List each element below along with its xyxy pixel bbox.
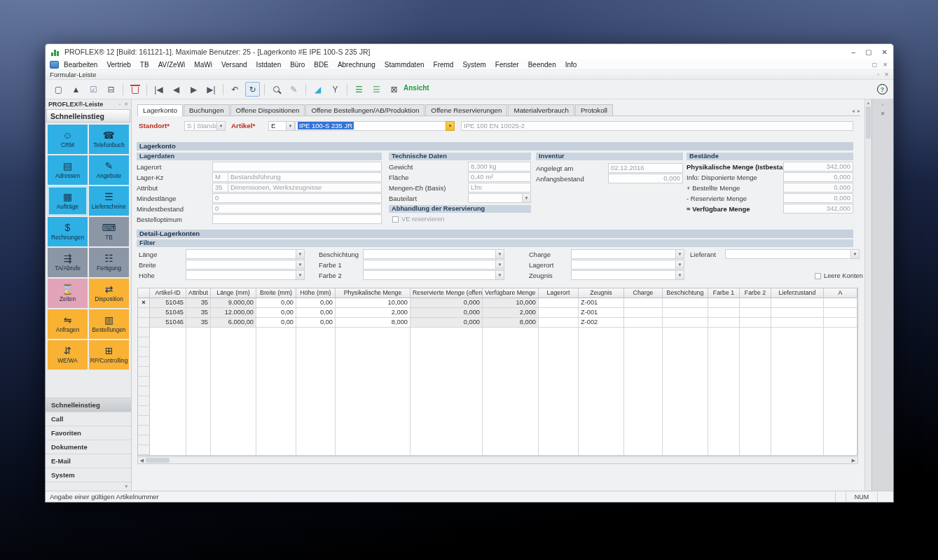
first-record-icon[interactable]: |◀ <box>151 82 166 97</box>
mindestbestand-field[interactable]: 0 <box>212 204 382 214</box>
sidebar-button-anfragen[interactable]: ⇋Anfragen <box>48 309 88 339</box>
close-icon[interactable]: ✕ <box>882 48 888 56</box>
scroll-up-icon[interactable]: ▲ <box>867 101 871 105</box>
sidebar-nav-call[interactable]: Call <box>46 412 131 426</box>
bauteilart-field[interactable] <box>468 193 523 203</box>
row-selector[interactable] <box>138 386 150 396</box>
filter-lagerort-dropdown-icon[interactable]: ▼ <box>675 260 684 270</box>
minimize-icon[interactable]: – <box>852 48 856 56</box>
filter-farbe-1-field[interactable] <box>363 260 496 270</box>
physikalische-menge-istbestand--field[interactable]: 342,000 <box>783 162 853 172</box>
row-selector[interactable] <box>138 357 150 367</box>
sidebar-nav-e-mail[interactable]: E-Mail <box>46 454 131 468</box>
list-compact-icon[interactable]: ☰ <box>352 82 366 97</box>
anfangsbestand-field[interactable]: 0,000 <box>608 174 683 183</box>
attribut-code-field[interactable]: 35 <box>212 183 228 192</box>
column-header-selector[interactable] <box>138 288 150 298</box>
undo-icon[interactable]: ↶ <box>228 82 242 97</box>
column-header-farbe-1[interactable]: Farbe 1 <box>708 288 740 298</box>
filter-zeugnis-dropdown-icon[interactable]: ▼ <box>675 270 684 280</box>
filter-lieferant-field[interactable] <box>725 249 851 259</box>
sidebar-overflow-icon[interactable]: ▾ <box>125 484 127 489</box>
column-header-beschichtung[interactable]: Beschichtung <box>663 288 708 298</box>
mail-check-icon[interactable]: ☑ <box>86 82 101 97</box>
search-icon[interactable] <box>269 82 284 97</box>
artikel-prefix-dropdown-icon[interactable]: ▼ <box>286 121 295 131</box>
filter-zeugnis-field[interactable] <box>571 270 676 280</box>
sidebar-button-lieferscheine[interactable]: ☰Lieferscheine <box>89 186 129 216</box>
menu-item-tb[interactable]: TB <box>140 61 149 69</box>
tab-offene-dispositionen[interactable]: Offene Dispositionen <box>230 104 305 115</box>
sidebar-nav-favoriten[interactable]: Favoriten <box>46 426 131 440</box>
export-icon[interactable]: ▲ <box>69 82 83 97</box>
menu-item-av-zewi[interactable]: AV/ZeWi <box>158 61 186 69</box>
sidebar-button-disposition[interactable]: ⇄Disposition <box>89 279 129 308</box>
resize-grip[interactable] <box>877 491 893 502</box>
sidebar-nav-schnelleinstieg[interactable]: Schnelleinstieg <box>46 398 131 412</box>
row-selector[interactable] <box>138 337 150 347</box>
last-record-icon[interactable]: ▶| <box>204 82 219 97</box>
column-header-lagerort[interactable]: Lagerort <box>539 288 579 298</box>
sidebar-button-bestellungen[interactable]: ▥Bestellungen <box>89 309 129 339</box>
menu-item-fremd[interactable]: Fremd <box>434 61 454 69</box>
menu-item-versand[interactable]: Versand <box>221 61 247 69</box>
row-selector[interactable] <box>138 406 150 416</box>
sidebar-button-telefonbuch[interactable]: ☎Telefonbuch <box>89 125 129 154</box>
close-form-icon[interactable]: ⊠ <box>387 82 401 97</box>
table-row[interactable]: 51046356.000,000,000,008,0000,0008,000Z-… <box>138 318 857 328</box>
column-header-charge[interactable]: Charge <box>624 288 663 298</box>
sidebar-button-fertigung[interactable]: ☷Fertigung <box>89 248 129 277</box>
content-vertical-scrollbar[interactable]: ▲ <box>864 99 871 491</box>
sidebar-button-adressen[interactable]: ▤Adressen <box>48 155 88 185</box>
column-header-länge-mm-[interactable]: Länge (mm) <box>211 288 256 298</box>
menu-item-mawi[interactable]: MaWi <box>194 61 212 69</box>
filter-charge-field[interactable] <box>571 249 676 259</box>
tab-buchungen[interactable]: Buchungen <box>184 104 230 115</box>
sidebar-pin-icon[interactable]: ▫ <box>119 102 120 107</box>
menu-item-system[interactable]: System <box>462 61 485 69</box>
column-header-reservierte-menge-offen-[interactable]: Reservierte Menge (offen) <box>411 288 483 298</box>
edit-icon[interactable]: ✎ <box>287 82 301 97</box>
filter-triangle-icon[interactable]: ◢ <box>310 82 325 97</box>
menu-item-fenster[interactable]: Fenster <box>495 61 519 69</box>
menu-item-stammdaten[interactable]: Stammdaten <box>385 61 425 69</box>
mdi-restore-icon[interactable]: ▢ <box>872 62 878 68</box>
row-selector[interactable] <box>138 396 150 406</box>
menu-item-büro[interactable]: Büro <box>290 61 305 69</box>
tab-lagerkonto[interactable]: Lagerkonto <box>137 104 183 116</box>
filter-farbe-1-dropdown-icon[interactable]: ▼ <box>495 260 504 270</box>
next-record-icon[interactable]: ▶ <box>186 82 201 97</box>
column-header-attribut[interactable]: Attribut <box>186 288 211 298</box>
mindestlänge-field[interactable]: 0 <box>212 193 382 203</box>
artikel-dropdown-icon[interactable]: ▼ <box>446 121 455 131</box>
table-horizontal-scrollbar[interactable]: ◀ ▶ <box>137 456 858 464</box>
bestelloptimum-field[interactable] <box>212 214 382 224</box>
list-expanded-icon[interactable]: ☰ <box>369 82 384 97</box>
row-selector[interactable] <box>138 347 150 357</box>
-verfügbare-menge-field[interactable]: 342,000 <box>783 204 853 214</box>
tab-offene-bestellungen-ab-produktion[interactable]: Offene Bestellungen/AB/Produktion <box>305 104 425 115</box>
row-selector[interactable] <box>138 367 150 377</box>
attribut-field[interactable]: Dimensionen, Werkszeugnisse <box>228 183 382 192</box>
column-header-verfügbare-menge[interactable]: Verfügbare Menge <box>483 288 539 298</box>
help-icon[interactable]: ? <box>877 84 888 94</box>
row-selector[interactable]: × <box>138 298 150 308</box>
standort-field[interactable]: S | Standar <box>184 121 217 131</box>
column-header-breite-mm-[interactable]: Breite (mm) <box>256 288 296 298</box>
filter-höhe-field[interactable] <box>186 270 296 280</box>
filter-breite-dropdown-icon[interactable]: ▼ <box>296 260 305 270</box>
column-header-farbe-2[interactable]: Farbe 2 <box>740 288 771 298</box>
scrollbar-thumb[interactable] <box>146 458 170 463</box>
maximize-icon[interactable]: ▢ <box>865 48 871 56</box>
tab-scroll-left-icon[interactable]: ◂ <box>852 108 855 114</box>
row-selector[interactable] <box>138 445 150 455</box>
title-bar[interactable]: PROFLEX® 12 [Build: 161121-1]. Maximale … <box>46 44 893 59</box>
sidebar-close-icon[interactable]: ✕ <box>124 102 128 107</box>
sidebar-nav-system[interactable]: System <box>46 468 131 482</box>
formbar-close-icon[interactable]: ✕ <box>884 71 889 78</box>
lager-kz-code-field[interactable]: M <box>212 172 228 182</box>
column-header-physikalische-menge[interactable]: Physikalische Menge <box>336 288 411 298</box>
sidebar-button-rp-controlling[interactable]: ⊞RP/Controlling <box>89 340 129 370</box>
menu-item-abrechnung[interactable]: Abrechnung <box>338 61 375 69</box>
menu-item-vertrieb[interactable]: Vertrieb <box>106 61 130 69</box>
